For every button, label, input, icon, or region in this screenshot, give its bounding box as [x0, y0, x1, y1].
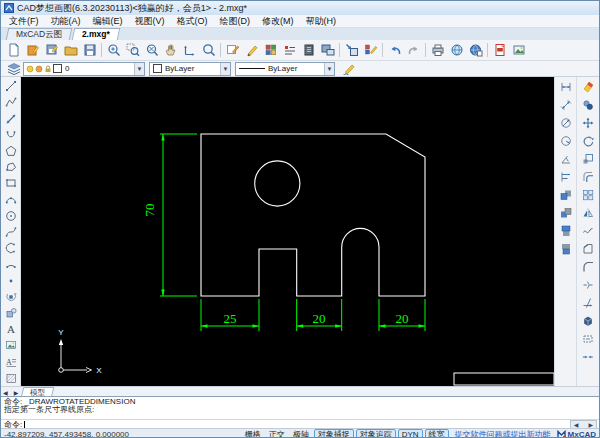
aligned-dimension-icon[interactable] [557, 97, 574, 114]
closed-polyline-icon[interactable] [2, 160, 19, 175]
region-icon[interactable] [580, 331, 597, 348]
angular-dimension-icon[interactable] [557, 151, 574, 168]
mtext-icon[interactable]: A [2, 354, 19, 369]
text-style-icon[interactable] [280, 41, 299, 60]
baseline-dimension-icon[interactable] [557, 169, 574, 186]
chamfer-icon[interactable] [580, 241, 597, 258]
erase-icon[interactable] [580, 79, 597, 96]
menu-draw[interactable]: 绘图(D) [220, 15, 251, 28]
linetype-dropdown-arrow[interactable]: ▼ [324, 63, 334, 75]
toggle-grid[interactable]: 栅格 [242, 429, 264, 438]
line-icon[interactable] [2, 79, 19, 94]
fillet-icon[interactable] [580, 259, 597, 276]
drawing-hole-circle[interactable] [255, 161, 300, 206]
zoom-extents-icon[interactable] [142, 41, 161, 60]
menu-function[interactable]: 功能(A) [51, 15, 81, 28]
print-icon[interactable] [428, 41, 447, 60]
open-folder-icon[interactable] [61, 41, 80, 60]
save-drawing-icon[interactable] [42, 41, 61, 60]
zoom-window-icon[interactable] [123, 41, 142, 60]
command-input-line[interactable]: 命令: ◀▶ [1, 419, 599, 428]
toggle-lineweight[interactable]: 线宽 [425, 429, 449, 438]
dimension-width-20-right[interactable]: 20 [379, 299, 425, 331]
scroll-right-icon[interactable]: ▶ [588, 421, 593, 428]
tab-mxcad-cloud[interactable]: MxCAD云图 [6, 28, 73, 40]
drawing-canvas[interactable]: 70 25 20 [21, 77, 554, 386]
menu-help[interactable]: 帮助(H) [306, 15, 337, 28]
linetype-edit-pencil-icon[interactable] [339, 59, 358, 78]
insert-block-tool-icon[interactable] [2, 289, 19, 304]
redo-icon[interactable] [404, 41, 423, 60]
polyline-icon[interactable] [2, 95, 19, 110]
toggle-dyn[interactable]: DYN [398, 429, 423, 438]
scale-icon[interactable] [580, 151, 597, 168]
arc-3point-icon[interactable] [2, 192, 19, 207]
undo-icon[interactable] [385, 41, 404, 60]
offset-icon[interactable] [580, 169, 597, 186]
menu-modify[interactable]: 修改(M) [262, 15, 294, 28]
web-cloud-icon[interactable] [447, 41, 466, 60]
circle-icon[interactable] [2, 208, 19, 223]
move-icon[interactable] [580, 115, 597, 132]
toggle-ortho[interactable]: 正交 [266, 429, 288, 438]
rectangle-icon[interactable] [2, 176, 19, 191]
match-properties-icon[interactable] [361, 41, 380, 60]
layer-dropdown-arrow[interactable]: ▼ [134, 63, 144, 75]
explode-icon[interactable] [580, 313, 597, 330]
break-icon[interactable] [580, 277, 597, 294]
point-icon[interactable] [2, 273, 19, 288]
linear-dimension-icon[interactable] [557, 79, 574, 96]
menu-view[interactable]: 视图(V) [135, 15, 165, 28]
save-view-icon[interactable] [318, 41, 337, 60]
trim-icon[interactable] [580, 295, 597, 312]
hatch-icon[interactable] [2, 370, 19, 385]
arc-segment-icon[interactable] [2, 257, 19, 272]
menu-edit[interactable]: 编辑(E) [93, 15, 123, 28]
draw-order-below-icon[interactable] [557, 241, 574, 258]
axis-measure-icon[interactable] [180, 41, 199, 60]
zoom-in-icon[interactable] [104, 41, 123, 60]
spline-icon[interactable] [2, 224, 19, 239]
export-pdf-icon[interactable] [490, 41, 509, 60]
toggle-polar[interactable]: 极轴 [290, 429, 312, 438]
color-palette-icon[interactable] [261, 41, 280, 60]
array-icon[interactable] [580, 187, 597, 204]
join-icon[interactable] [580, 349, 597, 366]
draw-order-above-icon[interactable] [557, 223, 574, 240]
mirror-icon[interactable] [580, 205, 597, 222]
new-file-icon[interactable] [4, 41, 23, 60]
color-dropdown-arrow[interactable]: ▼ [220, 63, 230, 75]
open-drawing-icon[interactable] [23, 41, 42, 60]
web-publish-icon[interactable] [466, 41, 485, 60]
radius-dimension-icon[interactable] [557, 133, 574, 150]
image-icon[interactable] [2, 338, 19, 353]
command-history[interactable]: 命令: _DRAWROTATEDDIMENSION 指定第一条尺寸界线原点: [1, 396, 599, 419]
zoom-all-icon[interactable] [199, 41, 218, 60]
text-icon[interactable]: A [2, 322, 19, 337]
dimension-width-20-middle[interactable]: 20 [297, 299, 342, 331]
ellipse-icon[interactable] [2, 241, 19, 256]
rotate-icon[interactable] [580, 133, 597, 150]
insert-block-icon[interactable] [342, 41, 361, 60]
annotate-icon[interactable] [223, 41, 242, 60]
toggle-osnap[interactable]: 对象捕捉 [314, 429, 354, 438]
diameter-dimension-icon[interactable] [557, 115, 574, 132]
layers-icon[interactable] [4, 59, 23, 78]
save-as-icon[interactable] [80, 41, 99, 60]
toggle-otrack[interactable]: 对象追踪 [356, 429, 396, 438]
dimension-width-25[interactable]: 25 [201, 299, 259, 331]
edit-pencil-icon[interactable] [242, 41, 261, 60]
layout-tab-prev-icon[interactable]: ◀ [1, 389, 12, 396]
pan-icon[interactable] [161, 41, 180, 60]
export-image-icon[interactable] [509, 41, 528, 60]
arc-icon[interactable] [2, 127, 19, 142]
spline-edit-icon[interactable] [580, 223, 597, 240]
dimension-height[interactable]: 70 [142, 134, 197, 296]
layer-select[interactable]: 0 ▼ [23, 62, 145, 76]
feedback-link[interactable]: 提交软件问题或提出新功能 [455, 429, 551, 438]
construction-line-icon[interactable] [2, 111, 19, 126]
draw-order-back-icon[interactable] [557, 205, 574, 222]
polygon-icon[interactable] [2, 143, 19, 158]
drawing-rectangle-partial[interactable] [454, 373, 554, 385]
linetype-select[interactable]: ByLayer ▼ [235, 62, 335, 76]
